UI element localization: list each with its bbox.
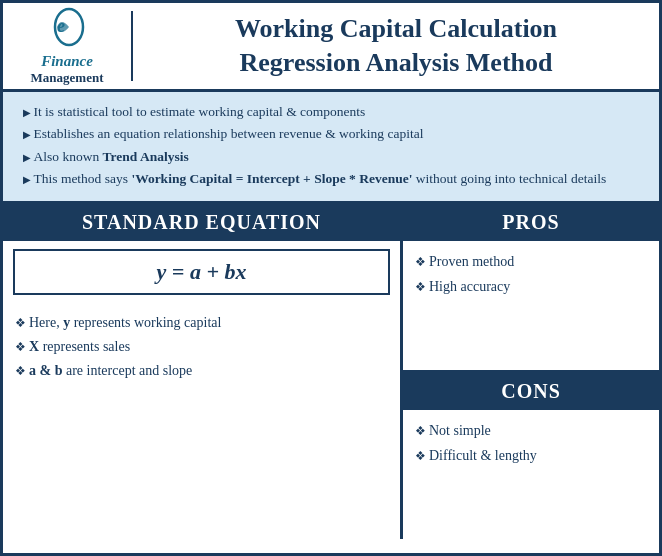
- page-title: Working Capital Calculation Regression A…: [133, 12, 649, 80]
- pro-item-1: Proven method: [415, 249, 647, 274]
- logo-management-text: Management: [31, 70, 104, 86]
- logo-icon: e: [47, 7, 87, 52]
- title-line1: Working Capital Calculation Regression A…: [143, 12, 649, 80]
- cons-section: CONS Not simple Difficult & lengthy: [403, 373, 659, 539]
- pros-section: PROS Proven method High accuracy: [403, 204, 659, 373]
- cons-items: Not simple Difficult & lengthy: [403, 410, 659, 476]
- equation-formula: y = a + bx: [157, 259, 247, 284]
- pros-items: Proven method High accuracy: [403, 241, 659, 307]
- bottom-section: STANDARD EQUATION y = a + bx Here, y rep…: [3, 204, 659, 539]
- description-list: It is statistical tool to estimate worki…: [19, 102, 643, 189]
- equation-column: STANDARD EQUATION y = a + bx Here, y rep…: [3, 204, 403, 539]
- note-3: a & b are intercept and slope: [15, 359, 388, 383]
- desc-item-4: This method says 'Working Capital = Inte…: [19, 169, 643, 189]
- cons-header: CONS: [403, 373, 659, 410]
- desc-item-2: Establishes an equation relationship bet…: [19, 124, 643, 144]
- pros-cons-column: PROS Proven method High accuracy CONS No…: [403, 204, 659, 539]
- note-1: Here, y represents working capital: [15, 311, 388, 335]
- con-item-2: Difficult & lengthy: [415, 443, 647, 468]
- con-item-1: Not simple: [415, 418, 647, 443]
- pros-header: PROS: [403, 204, 659, 241]
- header: e Finance Management Working Capital Cal…: [3, 3, 659, 92]
- desc-item-3: Also known Trend Analysis: [19, 147, 643, 167]
- logo-finance-text: Finance: [41, 52, 93, 70]
- logo-area: e Finance Management: [13, 11, 133, 81]
- equation-header: STANDARD EQUATION: [3, 204, 400, 241]
- equation-display: y = a + bx: [13, 249, 390, 295]
- equation-notes: Here, y represents working capital X rep…: [3, 303, 400, 390]
- description-section: It is statistical tool to estimate worki…: [3, 92, 659, 204]
- pro-item-2: High accuracy: [415, 274, 647, 299]
- desc-item-1: It is statistical tool to estimate worki…: [19, 102, 643, 122]
- main-container: e Finance Management Working Capital Cal…: [0, 0, 662, 556]
- note-2: X represents sales: [15, 335, 388, 359]
- svg-text:e: e: [57, 16, 65, 36]
